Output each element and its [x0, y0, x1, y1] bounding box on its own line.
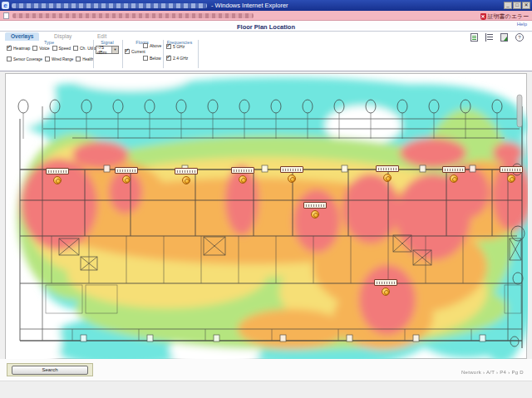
- overlays-toolbar: Overlays Display Edit Type Heatmap Voice…: [0, 32, 532, 71]
- ap-icon: [53, 176, 62, 184]
- signal-cutoff-select[interactable]: -75 dBm ▼: [96, 46, 119, 54]
- ap-icon: [239, 175, 247, 184]
- page-header: Floor Plan Location Help: [0, 21, 532, 32]
- chevron-down-icon[interactable]: ▼: [111, 47, 118, 53]
- type-group-label: Type: [7, 40, 91, 45]
- access-point-layer: [6, 74, 526, 358]
- search-button[interactable]: Search: [12, 366, 88, 375]
- ap-label: [280, 166, 303, 173]
- floors-above-checkbox[interactable]: [143, 43, 148, 48]
- ap-label: [231, 167, 254, 174]
- wired-range-label: Wired Range: [52, 57, 73, 61]
- certificate-error-text: 証明書のエラー: [488, 12, 530, 21]
- certificate-error-indicator[interactable]: ✕ 証明書のエラー: [480, 12, 530, 21]
- ap-label: [303, 202, 327, 209]
- ap-label: [374, 279, 397, 286]
- minimize-button[interactable]: _: [504, 2, 512, 9]
- freq-24ghz-checkbox[interactable]: [166, 56, 171, 61]
- voice-label: Voice: [39, 46, 49, 51]
- speed-label: Speed: [59, 46, 71, 51]
- type-group: Type Heatmap Voice Speed Ch. Utilization…: [7, 32, 91, 71]
- floors-above-label: Above: [150, 43, 161, 48]
- ap-icon: [382, 287, 390, 296]
- frequencies-group: Frequencies 5 GHz 2.4 GHz: [165, 32, 195, 71]
- signal-cutoff-group: Signal Cutoff -75 dBm ▼: [95, 32, 120, 71]
- ap-icon: [311, 210, 319, 219]
- window-title: - Windows Internet Explorer: [211, 2, 288, 9]
- floors-current-label: Current: [131, 49, 145, 54]
- ap-icon: [122, 175, 131, 184]
- maximize-button[interactable]: □: [513, 2, 521, 9]
- url-redacted: [12, 13, 254, 18]
- signal-cutoff-value: -75 dBm: [96, 45, 111, 55]
- speed-checkbox[interactable]: [52, 46, 57, 51]
- floors-group: Floors Current Above Below: [124, 32, 160, 71]
- ap-label: [442, 166, 466, 173]
- footer: Search Network › A/T › P4 › Pg D: [0, 359, 532, 398]
- window-title-redacted: [12, 3, 207, 8]
- close-button[interactable]: ✕: [522, 2, 530, 9]
- wired-range-checkbox[interactable]: [45, 57, 50, 61]
- health-checkbox[interactable]: [76, 57, 81, 61]
- sensor-coverage-checkbox[interactable]: [7, 57, 12, 61]
- address-bar[interactable]: ✕ 証明書のエラー: [0, 11, 532, 21]
- internet-explorer-icon: e: [2, 2, 9, 9]
- heatmap-checkbox[interactable]: [7, 46, 12, 51]
- freq-24ghz-label: 2.4 GHz: [173, 56, 188, 61]
- health-label: Health: [82, 57, 93, 61]
- freq-5ghz-checkbox[interactable]: [166, 44, 171, 49]
- page-title: Floor Plan Location: [0, 23, 532, 31]
- ap-label: [376, 165, 399, 172]
- ap-icon: [288, 174, 296, 183]
- voice-checkbox[interactable]: [32, 46, 37, 51]
- freq-5ghz-label: 5 GHz: [173, 44, 185, 49]
- help-link[interactable]: Help: [517, 22, 527, 27]
- status-text: Network › A/T › P4 › Pg D: [461, 370, 524, 375]
- floors-below-label: Below: [150, 56, 161, 61]
- list-view-icon[interactable]: [485, 33, 493, 42]
- ap-label: [500, 166, 523, 173]
- page-icon: [3, 12, 9, 19]
- search-panel: Search: [7, 363, 93, 376]
- ap-icon: [383, 174, 392, 182]
- export-icon[interactable]: [500, 33, 508, 42]
- report-icon[interactable]: [470, 33, 478, 42]
- ap-icon: [507, 174, 515, 183]
- ap-icon: [182, 176, 190, 184]
- floor-plan-map[interactable]: [5, 73, 527, 359]
- ap-label: [115, 167, 138, 174]
- sensor-coverage-label: Sensor Coverage: [13, 57, 42, 61]
- help-icon[interactable]: [515, 33, 524, 42]
- ch-utilization-checkbox[interactable]: [73, 46, 78, 51]
- ap-icon: [450, 174, 458, 183]
- certificate-error-icon: ✕: [480, 13, 486, 20]
- floors-current-checkbox[interactable]: [125, 49, 130, 54]
- floors-below-checkbox[interactable]: [143, 56, 148, 61]
- ap-label: [175, 168, 198, 174]
- window-titlebar: e - Windows Internet Explorer _ □ ✕: [0, 0, 532, 11]
- heatmap-label: Heatmap: [13, 46, 30, 51]
- ap-label: [46, 168, 69, 174]
